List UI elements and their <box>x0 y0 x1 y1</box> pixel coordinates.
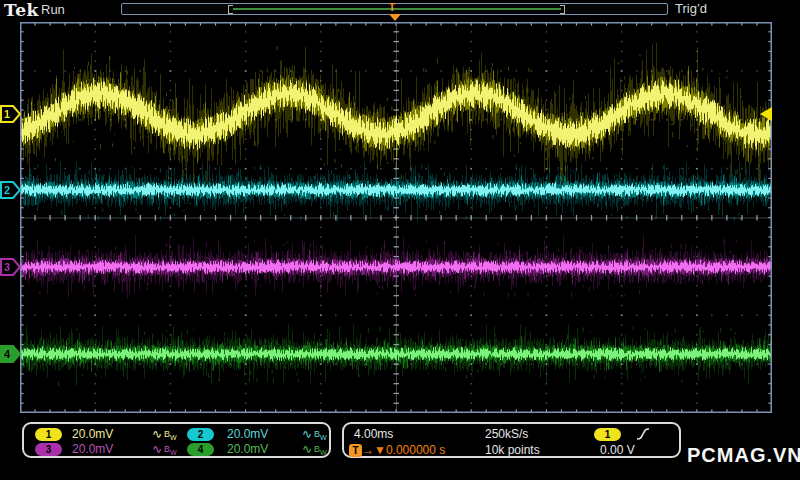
channel-2-scale: 20.0mV <box>227 427 268 441</box>
acquisition-status: Run <box>41 2 65 17</box>
channel-3-marker[interactable]: 3 <box>0 257 22 277</box>
record-length: 10k points <box>485 443 540 457</box>
channel-2-marker[interactable]: 2 <box>0 180 22 200</box>
waveform-canvas <box>20 22 772 413</box>
trigger-position-value: 0.000000 s <box>386 443 445 457</box>
watermark: PCMAG.VN <box>687 444 800 467</box>
channel-3-badge[interactable]: 3 <box>35 443 62 456</box>
channel-1-scale: 20.0mV <box>72 427 113 441</box>
channel-2-marker-label: 2 <box>4 184 10 196</box>
graticule <box>20 22 772 413</box>
channel-4-marker-label: 4 <box>4 348 11 360</box>
sample-rate: 250kS/s <box>485 427 528 441</box>
oscilloscope-screen: Tek Run T Trig’d T 1 2 3 4 1 20.0mV ∿BW <box>0 0 800 480</box>
channel-3-scale: 20.0mV <box>72 442 113 456</box>
channel-1-coupling-bw-icon: ∿BW <box>152 427 177 441</box>
trigger-position-readout: T→▼0.000000 s <box>349 443 445 457</box>
trigger-rising-edge-icon <box>635 426 651 442</box>
tek-logo: Tek <box>4 0 39 20</box>
channel-4-badge[interactable]: 4 <box>187 443 214 456</box>
channel-4-scale: 20.0mV <box>227 442 268 456</box>
channel-3-coupling-bw-icon: ∿BW <box>152 442 177 456</box>
channel-readout-box: 1 20.0mV ∿BW 2 20.0mV ∿BW 3 20.0mV ∿BW 4… <box>22 422 331 458</box>
trigger-position-arrow-icon[interactable] <box>389 14 401 21</box>
channel-3-marker-label: 3 <box>4 261 10 273</box>
channel-1-badge[interactable]: 1 <box>35 428 62 441</box>
channel-1-marker[interactable]: 1 <box>0 104 22 124</box>
channel-4-marker[interactable]: 4 <box>0 344 22 364</box>
record-window-right-bracket-icon <box>560 5 565 14</box>
record-trigger-t-marker: T <box>389 2 395 13</box>
channel-2-badge[interactable]: 2 <box>187 428 214 441</box>
horizontal-scale: 4.00ms <box>354 427 393 441</box>
trigger-status: Trig’d <box>675 1 707 16</box>
horizontal-trigger-box: 4.00ms 250kS/s 1 T→▼0.000000 s 10k point… <box>342 422 681 458</box>
record-waveform-line <box>233 8 561 10</box>
channel-4-coupling-bw-icon: ∿BW <box>302 442 327 456</box>
trigger-level-readout: 0.00 V <box>600 443 635 457</box>
trigger-level-arrow-icon[interactable] <box>760 107 772 121</box>
channel-1-marker-label: 1 <box>4 108 10 120</box>
trigger-source-badge[interactable]: 1 <box>594 428 621 441</box>
trigger-arrows: →▼ <box>362 443 386 457</box>
channel-2-coupling-bw-icon: ∿BW <box>302 427 327 441</box>
trigger-t-icon: T <box>349 444 362 457</box>
